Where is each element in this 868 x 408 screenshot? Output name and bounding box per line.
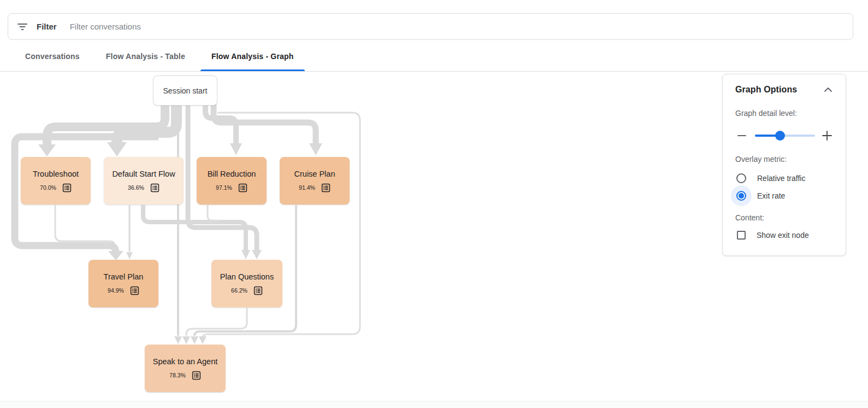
minus-icon	[737, 131, 747, 141]
list-alt-icon[interactable]	[253, 286, 263, 295]
exit-rate-value: 78.3%	[169, 372, 186, 378]
flow-node-bill-reduction[interactable]: Bill Reduction 97.1%	[197, 157, 267, 205]
graph-detail-level-label: Graph detail level:	[735, 109, 835, 118]
tab-flow-analysis-graph[interactable]: Flow Analysis - Graph	[198, 41, 307, 71]
filter-bar: Filter	[8, 13, 853, 40]
slider-thumb[interactable]	[775, 131, 785, 141]
show-exit-node-checkbox-row[interactable]: Show exit node	[735, 231, 835, 240]
flow-node-travel-plan[interactable]: Travel Plan 94.9%	[88, 260, 158, 307]
radio-selected-icon	[736, 191, 746, 201]
graph-options-panel: Graph Options Graph detail level: Overla…	[722, 74, 846, 256]
exit-rate-value: 70.0%	[40, 184, 56, 191]
list-alt-icon[interactable]	[130, 286, 139, 295]
plus-icon	[822, 130, 832, 141]
decrease-detail-button[interactable]	[735, 129, 748, 142]
exit-rate-value: 97.1%	[216, 184, 232, 191]
radio-icon	[736, 173, 746, 183]
filter-label: Filter	[37, 22, 57, 31]
list-alt-icon[interactable]	[150, 183, 160, 193]
flow-analysis-page: Filter Conversations Flow Analysis - Tab…	[0, 0, 868, 408]
exit-rate-value: 66.2%	[231, 287, 247, 294]
tab-flow-analysis-table[interactable]: Flow Analysis - Table	[93, 41, 198, 71]
radio-relative-traffic[interactable]: Relative traffic	[735, 173, 835, 183]
filter-list-icon	[17, 21, 28, 32]
exit-rate-value: 94.9%	[108, 287, 124, 294]
flow-node-troubleshoot[interactable]: Troubleshoot 70.0%	[21, 157, 91, 205]
exit-rate-value: 91.4%	[299, 184, 315, 191]
flow-node-cruise-plan[interactable]: Cruise Plan 91.4%	[280, 157, 350, 205]
flow-node-session-start[interactable]: Session start	[153, 75, 217, 106]
checkbox-icon	[737, 231, 746, 240]
overlay-metric-label: Overlay metric:	[735, 155, 835, 164]
flow-node-plan-questions[interactable]: Plan Questions 66.2%	[211, 260, 282, 307]
flow-node-default-start-flow[interactable]: Default Start Flow 36.6%	[104, 157, 184, 205]
increase-detail-button[interactable]	[820, 129, 834, 142]
list-alt-icon[interactable]	[321, 183, 330, 193]
tab-bar: Conversations Flow Analysis - Table Flow…	[0, 41, 868, 72]
flow-node-speak-to-an-agent[interactable]: Speak to an Agent 78.3%	[145, 345, 226, 392]
content-label: Content:	[735, 213, 835, 222]
list-alt-icon[interactable]	[62, 183, 72, 193]
graph-options-title: Graph Options	[735, 85, 797, 95]
graph-detail-slider[interactable]	[755, 135, 815, 137]
list-alt-icon[interactable]	[238, 183, 247, 193]
list-alt-icon[interactable]	[192, 371, 201, 380]
tab-conversations[interactable]: Conversations	[12, 41, 93, 71]
chevron-up-icon	[824, 88, 832, 92]
exit-rate-value: 36.6%	[128, 184, 144, 191]
filter-conversations-input[interactable]	[70, 22, 844, 31]
active-tab-indicator	[200, 69, 305, 71]
radio-exit-rate[interactable]: Exit rate	[735, 191, 835, 201]
collapse-panel-button[interactable]	[822, 83, 835, 96]
canvas-bottom-edge	[0, 401, 868, 408]
graph-detail-slider-row	[735, 129, 835, 142]
